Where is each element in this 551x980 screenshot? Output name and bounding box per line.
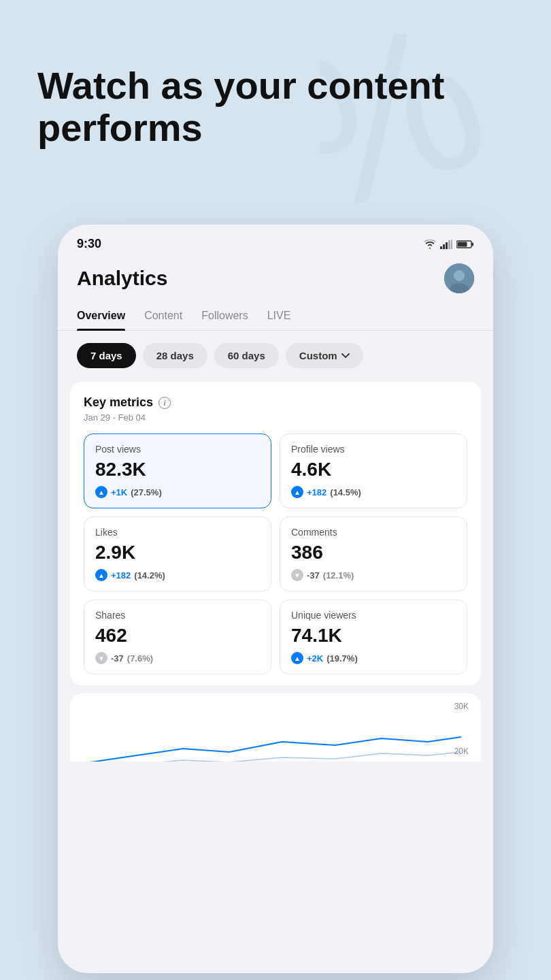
filter-custom[interactable]: Custom bbox=[286, 343, 363, 368]
svg-rect-6 bbox=[451, 240, 452, 249]
metric-profile-views-value: 4.6K bbox=[291, 459, 456, 480]
metrics-title: Key metrics bbox=[84, 395, 153, 410]
chart-area: 30K 20K bbox=[70, 693, 481, 762]
metric-post-views-change: ▲ +1K (27.5%) bbox=[95, 486, 260, 498]
filter-28days[interactable]: 28 days bbox=[143, 343, 207, 368]
signal-icon bbox=[440, 240, 452, 249]
metric-shares-value: 462 bbox=[95, 625, 260, 647]
metric-likes: Likes 2.9K ▲ +182 (14.2%) bbox=[84, 517, 271, 591]
svg-rect-4 bbox=[446, 242, 448, 249]
svg-rect-3 bbox=[443, 244, 445, 249]
tab-followers[interactable]: Followers bbox=[201, 303, 248, 330]
chart-y-label-top: 30K bbox=[454, 702, 469, 711]
metric-unique-viewers-value: 74.1K bbox=[291, 625, 456, 647]
hero-text: Watch as your content performs bbox=[37, 65, 444, 148]
svg-rect-5 bbox=[448, 240, 450, 249]
metric-profile-views: Profile views 4.6K ▲ +182 (14.5%) bbox=[280, 434, 467, 508]
metric-likes-change: ▲ +182 (14.2%) bbox=[95, 569, 260, 581]
metric-unique-viewers-label: Unique viewers bbox=[291, 610, 456, 621]
up-arrow-icon: ▲ bbox=[291, 652, 303, 664]
metric-post-views-value: 82.3K bbox=[95, 459, 260, 480]
battery-icon bbox=[456, 240, 474, 249]
metric-unique-viewers: Unique viewers 74.1K ▲ +2K (19.7%) bbox=[280, 600, 467, 674]
chevron-down-icon bbox=[341, 353, 350, 359]
metric-shares-change: ▼ -37 (7.6%) bbox=[95, 652, 260, 664]
metric-post-views: Post views 82.3K ▲ +1K (27.5%) bbox=[84, 434, 271, 508]
up-arrow-icon: ▲ bbox=[291, 486, 303, 498]
app-header: Analytics bbox=[58, 258, 493, 303]
tab-overview[interactable]: Overview bbox=[77, 303, 125, 330]
metric-comments-value: 386 bbox=[291, 542, 456, 564]
metric-shares: Shares 462 ▼ -37 (7.6%) bbox=[84, 600, 271, 674]
chart-svg bbox=[84, 718, 467, 762]
tabs-nav: Overview Content Followers LIVE bbox=[58, 303, 493, 331]
info-icon[interactable]: i bbox=[158, 397, 171, 409]
metric-unique-viewers-change: ▲ +2K (19.7%) bbox=[291, 652, 456, 664]
up-arrow-icon: ▲ bbox=[95, 486, 107, 498]
status-icons bbox=[424, 240, 474, 249]
svg-rect-8 bbox=[472, 242, 474, 246]
metric-profile-views-label: Profile views bbox=[291, 444, 456, 455]
metrics-grid: Post views 82.3K ▲ +1K (27.5%) Profile v… bbox=[84, 434, 467, 674]
metrics-date-range: Jan 29 - Feb 04 bbox=[84, 412, 467, 423]
metric-likes-label: Likes bbox=[95, 527, 260, 538]
metric-comments-change: ▼ -37 (12.1%) bbox=[291, 569, 456, 581]
wifi-icon bbox=[424, 240, 436, 249]
status-bar: 9:30 bbox=[58, 225, 493, 258]
time-filter: 7 days 28 days 60 days Custom bbox=[58, 331, 493, 378]
metrics-header: Key metrics i bbox=[84, 395, 467, 410]
metric-profile-views-change: ▲ +182 (14.5%) bbox=[291, 486, 456, 498]
key-metrics-card: Key metrics i Jan 29 - Feb 04 Post views… bbox=[70, 382, 481, 685]
chart-y-label-bottom: 20K bbox=[454, 747, 469, 756]
down-arrow-icon: ▼ bbox=[291, 569, 303, 581]
metric-likes-value: 2.9K bbox=[95, 542, 260, 564]
metric-comments-label: Comments bbox=[291, 527, 456, 538]
tab-content[interactable]: Content bbox=[144, 303, 182, 330]
app-title: Analytics bbox=[77, 267, 167, 290]
metric-post-views-label: Post views bbox=[95, 444, 260, 455]
svg-rect-9 bbox=[458, 242, 467, 246]
avatar[interactable] bbox=[444, 263, 474, 293]
svg-rect-2 bbox=[440, 246, 442, 249]
filter-60days[interactable]: 60 days bbox=[214, 343, 279, 368]
metric-comments: Comments 386 ▼ -37 (12.1%) bbox=[280, 517, 467, 591]
tab-live[interactable]: LIVE bbox=[267, 303, 291, 330]
down-arrow-icon: ▼ bbox=[95, 652, 107, 664]
svg-point-11 bbox=[454, 270, 465, 281]
up-arrow-icon: ▲ bbox=[95, 569, 107, 581]
filter-7days[interactable]: 7 days bbox=[77, 343, 136, 368]
metric-shares-label: Shares bbox=[95, 610, 260, 621]
phone-frame: 9:30 Analytics bbox=[58, 225, 493, 973]
status-time: 9:30 bbox=[77, 237, 101, 251]
